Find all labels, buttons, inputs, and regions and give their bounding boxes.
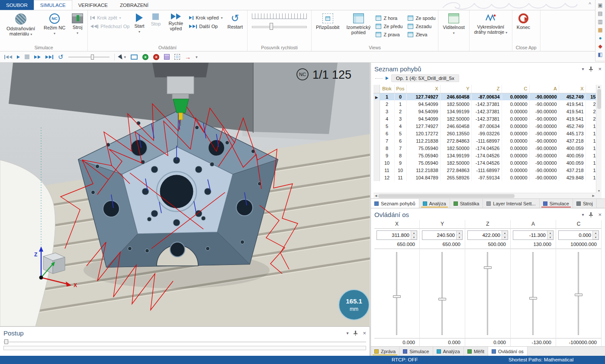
- skip-start-button[interactable]: [4, 55, 12, 59]
- start-button[interactable]: Start▾: [132, 12, 146, 34]
- folder-icon[interactable]: ▥: [597, 18, 604, 25]
- slider-thumb[interactable]: [529, 297, 537, 300]
- horizontal-scrollbar[interactable]: ◀ ▶: [373, 193, 596, 198]
- material-removal-button[interactable]: Odstraňování materiálu ▾: [3, 12, 39, 37]
- slider-thumb[interactable]: [484, 266, 492, 269]
- camera-record-button[interactable]: [142, 54, 148, 60]
- pin-icon[interactable]: [589, 212, 593, 217]
- speed-slider[interactable]: [252, 22, 307, 30]
- close-icon[interactable]: ×: [598, 211, 602, 218]
- collapse-ribbon-icon[interactable]: ^: [589, 1, 591, 7]
- axis-value-input[interactable]: 422.000: [468, 231, 502, 239]
- axis-value-spinbox[interactable]: 422.000: [467, 230, 508, 240]
- panel-tab[interactable]: Simulace: [540, 199, 573, 208]
- spin-up-button[interactable]: [457, 231, 462, 235]
- panel-tab[interactable]: Seznam pohybů: [371, 199, 419, 208]
- restart-button[interactable]: ↺ Restart: [225, 12, 244, 29]
- movement-row[interactable]: 3 2 94.54099 134.99199 -142.37381 0.0000…: [373, 108, 598, 115]
- spin-down-button[interactable]: [457, 235, 462, 239]
- chevron-down-icon[interactable]: ▾: [346, 331, 348, 335]
- tab-soubor[interactable]: SOUBOR: [0, 0, 34, 10]
- operation-tree-item[interactable]: Op. 1 (4): 5X_Drill_drill_5x: [375, 74, 602, 82]
- window-restore-icon[interactable]: ▣: [597, 1, 604, 9]
- scrollbar-thumb[interactable]: [597, 89, 601, 109]
- axis-slider[interactable]: [511, 251, 556, 336]
- model-view-button[interactable]: [164, 54, 170, 60]
- loop-button[interactable]: ↺: [58, 53, 64, 61]
- axis-value-spinbox[interactable]: 0.000: [558, 230, 599, 240]
- slider-thumb[interactable]: [438, 298, 446, 300]
- chevron-down-icon[interactable]: ▾: [582, 212, 584, 217]
- movement-row[interactable]: 1 0 127.74927 246.60458 -87.00634 0.0000…: [373, 93, 598, 100]
- axis-value-input[interactable]: -11.300: [513, 231, 547, 239]
- visibility-button[interactable]: Viditelnost▾: [441, 12, 467, 35]
- step-back-button[interactable]: Krok zpět ▾: [90, 15, 129, 20]
- spin-down-button[interactable]: [411, 235, 417, 239]
- panel-tab[interactable]: Statistika: [450, 199, 483, 208]
- movement-row[interactable]: 8 7 75.05940 182.50000 -174.04526 0.0000…: [373, 144, 598, 152]
- chevron-down-icon[interactable]: ▾: [582, 67, 584, 71]
- spin-up-button[interactable]: [502, 231, 508, 235]
- paint-icon[interactable]: ◆: [597, 42, 604, 50]
- select-cursor-button[interactable]: ▾: [119, 52, 126, 62]
- fast-forward-button[interactable]: Rychle vpřed: [165, 12, 186, 32]
- scroll-down-icon[interactable]: ▼: [598, 189, 601, 192]
- slider-thumb[interactable]: [393, 295, 401, 298]
- fast-forward-button-small[interactable]: [34, 55, 41, 59]
- view-button[interactable]: Ze spodu: [408, 14, 435, 22]
- progress-slider[interactable]: [3, 339, 366, 345]
- movement-row[interactable]: 2 1 94.54099 182.50000 -142.37381 0.0000…: [373, 100, 598, 108]
- tab-verifikace[interactable]: VERIFIKACE: [72, 0, 114, 10]
- scroll-right-icon[interactable]: ▶: [592, 194, 595, 198]
- panel-tab[interactable]: Layer Interval Sett...: [483, 199, 539, 208]
- movement-row[interactable]: 4 3 94.54099 182.50000 -142.37381 0.0000…: [373, 115, 598, 122]
- progress-slider-thumb[interactable]: [4, 339, 8, 344]
- spin-up-button[interactable]: [411, 231, 417, 235]
- fit-view-button[interactable]: Přizpůsobit: [314, 12, 341, 30]
- selection-box-button[interactable]: [174, 54, 180, 60]
- scroll-left-icon[interactable]: ◀: [375, 194, 377, 198]
- viewport-3d[interactable]: NC 1/1 125 Z X 165.1 mm: [0, 63, 370, 326]
- panel-tab[interactable]: Analýza: [419, 199, 450, 208]
- axis-slider[interactable]: [556, 251, 601, 336]
- spin-down-button[interactable]: [547, 235, 553, 239]
- panel-tab[interactable]: Měřit: [464, 347, 488, 356]
- skip-end-button[interactable]: [45, 55, 53, 59]
- close-icon[interactable]: ×: [598, 66, 602, 72]
- globe-icon[interactable]: ●: [597, 34, 604, 42]
- tab-zobrazeni[interactable]: ZOBRAZENÍ: [114, 0, 154, 10]
- movement-row[interactable]: 5 4 127.74927 246.60458 -87.00634 0.0000…: [373, 122, 598, 130]
- movement-row[interactable]: 9 8 75.05940 134.99199 -174.04526 0.0000…: [373, 152, 598, 159]
- panel-tab[interactable]: Zpráva: [371, 347, 399, 356]
- previous-op-button[interactable]: Předchozí Op: [90, 24, 129, 29]
- exit-button[interactable]: →: [185, 54, 191, 61]
- record-button[interactable]: [153, 54, 159, 60]
- tab-simulace[interactable]: SIMULACE: [34, 0, 72, 10]
- play-button[interactable]: [17, 55, 20, 59]
- axis-value-input[interactable]: 311.800: [377, 231, 411, 239]
- scroll-up-icon[interactable]: ▲: [598, 85, 601, 88]
- spin-up-button[interactable]: [547, 231, 553, 235]
- pin-icon[interactable]: [353, 330, 358, 336]
- axis-value-spinbox[interactable]: 311.800: [377, 230, 417, 240]
- stop-button-small[interactable]: [25, 54, 29, 59]
- view-button[interactable]: Ze předu: [376, 22, 402, 30]
- playback-speed-thumb[interactable]: [91, 54, 94, 60]
- axis-slider[interactable]: [374, 251, 419, 336]
- axis-value-input[interactable]: 0.000: [559, 231, 592, 239]
- axis-value-spinbox[interactable]: 240.500: [422, 230, 463, 240]
- axis-slider[interactable]: [465, 251, 510, 336]
- operation-label[interactable]: Op. 1 (4): 5X_Drill_drill_5x: [391, 74, 459, 82]
- spin-up-button[interactable]: [593, 231, 599, 235]
- panel-tab[interactable]: Stroj: [573, 199, 597, 208]
- step-forward-button[interactable]: Krok vpřed ▾: [189, 15, 222, 20]
- movement-row[interactable]: 7 6 112.21838 272.84863 -111.68997 0.000…: [373, 137, 598, 144]
- toolbar-overflow-button[interactable]: ▾: [196, 55, 198, 59]
- scrollbar-thumb[interactable]: [378, 194, 515, 198]
- view-button[interactable]: Zleva: [408, 31, 435, 38]
- nc-mode-button[interactable]: NC Režim NC▾: [42, 12, 67, 36]
- movement-row[interactable]: 12 11 104.84789 265.58926 -97.59134 0.00…: [373, 174, 598, 181]
- movement-row[interactable]: 6 5 120.17272 260.13550 -99.03226 0.0000…: [373, 130, 598, 137]
- playback-speed-slider[interactable]: [68, 54, 109, 60]
- close-app-button[interactable]: Konec: [515, 12, 532, 30]
